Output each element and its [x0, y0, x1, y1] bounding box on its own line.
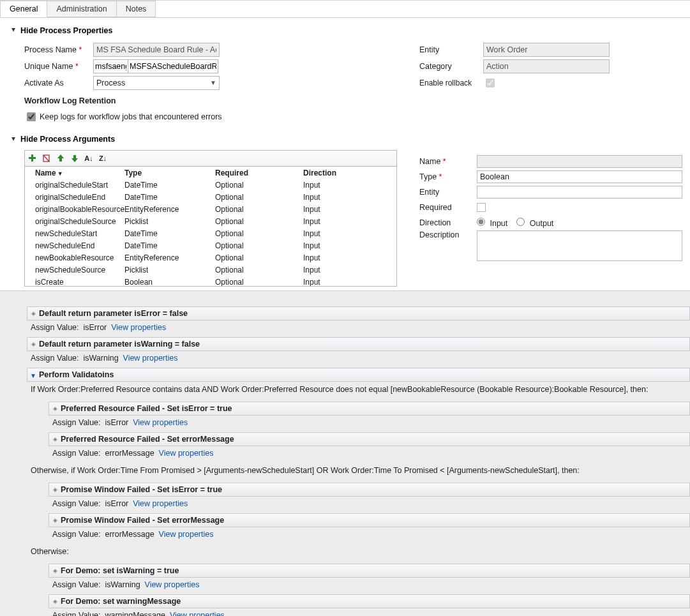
step-head[interactable]: ◈For Demo: set isWarning = true [49, 564, 690, 578]
arg-entity-select[interactable] [477, 186, 682, 199]
col-type[interactable]: Type [124, 169, 215, 177]
label-activate-as: Activate As [24, 79, 93, 87]
arg-type-select[interactable]: Boolean [477, 170, 682, 183]
sort-asc-icon[interactable]: A↓ [84, 153, 94, 163]
arg-name: newScheduleStart [30, 229, 124, 238]
label-process-name: Process Name * [24, 45, 93, 54]
step-line: Assign Value: errorMessage View properti… [49, 529, 690, 544]
step-head[interactable]: ◈Default return parameter isError = fals… [27, 306, 690, 320]
arg-name: newScheduleSource [30, 266, 124, 274]
step-head[interactable]: ◈Preferred Resource Failed - Set errorMe… [49, 432, 690, 446]
step-head[interactable]: ◈Promise Window Failed - Set errorMessag… [49, 513, 690, 527]
arg-required: Optional [215, 253, 303, 262]
label-arg-entity: Entity [419, 188, 477, 197]
step-head[interactable]: ◈For Demo: set warningMessage [49, 594, 690, 608]
label-category: Category [419, 62, 483, 71]
table-row[interactable]: newScheduleStartDateTimeOptionalInput [25, 227, 396, 239]
arg-direction: Input [303, 217, 391, 226]
unique-name-input[interactable] [128, 59, 218, 73]
args-body[interactable]: originalScheduleStartDateTimeOptionalInp… [25, 179, 396, 286]
step-line: Assign Value: warningMessage View proper… [49, 610, 690, 616]
table-row[interactable]: newBookableResourceEntityReferenceOption… [25, 252, 396, 264]
entity-input[interactable] [483, 43, 610, 57]
table-row[interactable]: originalScheduleSourcePicklistOptionalIn… [25, 215, 396, 227]
table-row[interactable]: originalScheduleEndDateTimeOptionalInput [25, 191, 396, 203]
view-properties-link[interactable]: View properties [111, 323, 166, 332]
arg-type: DateTime [124, 229, 215, 238]
add-icon[interactable] [27, 153, 38, 163]
process-properties-toggle-label: Hide Process Properties [20, 26, 113, 35]
bullet-icon: ◈ [30, 341, 36, 347]
arg-required-checkbox[interactable] [477, 203, 486, 212]
step-line: Assign Value: isWarning View properties [27, 353, 690, 368]
col-name[interactable]: Name▼ [30, 169, 124, 177]
arg-type: Boolean [124, 278, 215, 287]
args-table: Name▼ Type Required Direction originalSc… [24, 167, 397, 287]
wf-log-heading: Workflow Log Retention [24, 96, 419, 105]
table-row[interactable]: newScheduleEndDateTimeOptionalInput [25, 239, 396, 252]
caret-down-icon: ▼ [30, 372, 36, 379]
step-head[interactable]: ▼Perform Validatoins [27, 368, 690, 382]
tab-notes[interactable]: Notes [116, 1, 156, 17]
arg-name-input[interactable] [477, 155, 682, 168]
arg-direction: Input [303, 181, 391, 190]
toggle-process-properties[interactable]: ▲ Hide Process Properties [10, 26, 112, 35]
step-head[interactable]: ◈Promise Window Failed - Set isError = t… [49, 483, 690, 497]
view-properties-link[interactable]: View properties [159, 449, 214, 458]
tab-administration[interactable]: Administration [47, 1, 116, 17]
view-properties-link[interactable]: View properties [133, 418, 188, 427]
step-head[interactable]: ◈Default return parameter isWarning = fa… [27, 337, 690, 351]
view-properties-link[interactable]: View properties [123, 354, 178, 363]
move-down-icon[interactable] [70, 153, 80, 163]
wf-log-checkbox[interactable]: Keep logs for workflow jobs that encount… [24, 110, 222, 123]
step-line: Assign Value: isError View properties [49, 417, 690, 432]
label-rollback: Enable rollback [419, 79, 483, 87]
view-properties-link[interactable]: View properties [145, 580, 200, 589]
svg-marker-4 [57, 154, 64, 158]
view-properties-link[interactable]: View properties [159, 530, 214, 539]
move-up-icon[interactable] [56, 153, 66, 163]
table-row[interactable]: originalBookableResourceEntityReferenceO… [25, 203, 396, 215]
bullet-icon: ◈ [52, 405, 58, 412]
step-line: Assign Value: isError View properties [27, 322, 690, 337]
arg-direction: Input [303, 266, 391, 274]
rollback-checkbox[interactable] [486, 79, 495, 87]
view-properties-link[interactable]: View properties [170, 611, 225, 616]
arg-name: newBookableResource [30, 253, 124, 262]
arg-name: newScheduleEnd [30, 241, 124, 250]
delete-icon[interactable] [41, 153, 52, 163]
caret-down-icon: ▲ [10, 27, 17, 34]
process-name-input[interactable] [93, 43, 220, 57]
sort-desc-icon[interactable]: Z↓ [98, 153, 108, 163]
table-row[interactable]: newScheduleSourcePicklistOptionalInput [25, 264, 396, 276]
chevron-down-icon: ▼ [210, 79, 216, 86]
arg-direction-output-radio[interactable]: Output [516, 218, 553, 228]
svg-rect-5 [59, 158, 62, 162]
view-properties-link[interactable]: View properties [133, 499, 188, 508]
category-input[interactable] [483, 59, 610, 73]
arg-direction: Input [303, 253, 391, 262]
arg-description-area[interactable] [477, 230, 682, 261]
arg-type: DateTime [124, 181, 215, 190]
label-entity: Entity [419, 45, 483, 54]
condition-text: If Work Order:Preferred Resource contain… [27, 384, 690, 399]
arg-direction-input-radio[interactable]: Input [477, 218, 507, 228]
table-row[interactable]: isCreateBooleanOptionalInput [25, 276, 396, 286]
arg-name: originalBookableResource [30, 205, 124, 214]
activate-as-select[interactable]: Process ▼ [93, 76, 220, 90]
tab-general[interactable]: General [0, 1, 47, 17]
wf-log-checkbox-input[interactable] [27, 112, 36, 121]
label-unique-name: Unique Name * [24, 62, 93, 71]
arg-required: Optional [215, 241, 303, 250]
arg-required: Optional [215, 266, 303, 274]
sort-desc-indicator-icon: ▼ [57, 170, 63, 177]
col-required[interactable]: Required [215, 169, 303, 177]
toggle-process-arguments[interactable]: ▲ Hide Process Arguments [10, 135, 115, 144]
bullet-icon: ◈ [30, 310, 36, 317]
col-direction[interactable]: Direction [303, 169, 391, 177]
table-row[interactable]: originalScheduleStartDateTimeOptionalInp… [25, 179, 396, 191]
unique-name-prefix[interactable] [93, 59, 128, 73]
step-head[interactable]: ◈Preferred Resource Failed - Set isError… [49, 402, 690, 416]
step-line: Assign Value: errorMessage View properti… [49, 448, 690, 463]
bullet-icon: ◈ [52, 517, 58, 523]
